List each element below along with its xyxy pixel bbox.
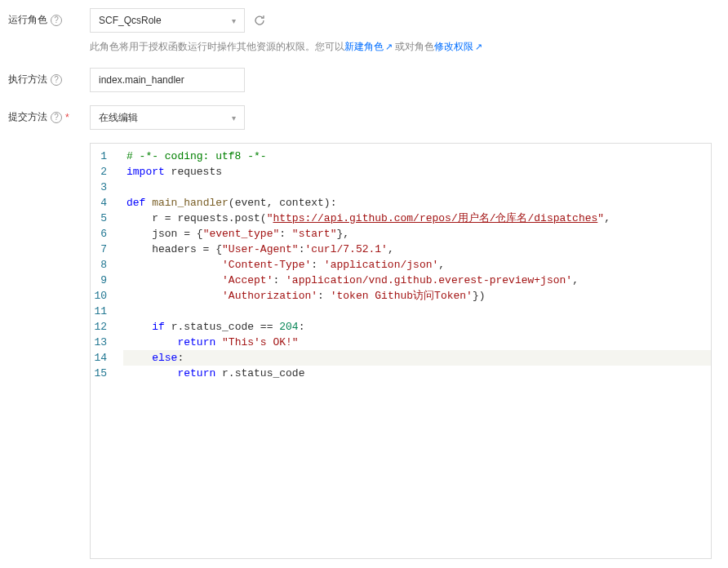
line-number: 7	[91, 242, 113, 257]
run-role-value: SCF_QcsRole	[99, 15, 162, 26]
line-number: 8	[91, 257, 113, 273]
code-line[interactable]: # -*- coding: utf8 -*-	[123, 149, 711, 164]
required-mark: *	[65, 112, 69, 123]
line-number: 11	[91, 304, 113, 319]
code-line[interactable]: 'Authorization': 'token Github访问Token'})	[123, 288, 711, 304]
line-number: 15	[91, 366, 113, 381]
line-number: 10	[91, 288, 113, 304]
modify-permission-link[interactable]: 修改权限	[434, 41, 473, 52]
code-line[interactable]: return "This's OK!"	[123, 335, 711, 350]
help-icon[interactable]: ?	[51, 15, 62, 26]
run-role-label-text: 运行角色	[8, 13, 47, 27]
code-editor[interactable]: 123456789101112131415 # -*- coding: utf8…	[90, 143, 712, 559]
line-number: 3	[91, 180, 113, 195]
line-number: 9	[91, 273, 113, 288]
line-number: 14	[91, 350, 113, 366]
exec-method-label-text: 执行方法	[8, 73, 47, 87]
exec-method-input[interactable]	[90, 68, 245, 92]
code-line[interactable]: 'Accept': 'application/vnd.github.everes…	[123, 273, 711, 288]
line-number: 2	[91, 164, 113, 180]
submit-method-label-text: 提交方法	[8, 110, 47, 124]
line-number: 1	[91, 149, 113, 164]
code-line[interactable]: return r.status_code	[123, 366, 711, 381]
run-role-select[interactable]: SCF_QcsRole ▾	[90, 8, 245, 33]
exec-method-label: 执行方法 ?	[8, 68, 90, 87]
chevron-down-icon: ▾	[232, 113, 236, 122]
code-line[interactable]: if r.status_code == 204:	[123, 319, 711, 335]
line-number-gutter: 123456789101112131415	[91, 144, 123, 558]
code-line[interactable]: 'Content-Type': 'application/json',	[123, 257, 711, 273]
code-line[interactable]: json = {"event_type": "start"},	[123, 226, 711, 242]
line-number: 4	[91, 195, 113, 211]
external-link-icon: ↗	[385, 42, 393, 51]
create-role-link[interactable]: 新建角色	[344, 41, 384, 52]
submit-method-row: 提交方法 ? * 在线编辑 ▾	[0, 105, 728, 130]
line-number: 12	[91, 319, 113, 335]
refresh-icon[interactable]	[253, 14, 266, 27]
exec-method-row: 执行方法 ?	[0, 68, 728, 92]
code-line[interactable]: else:	[123, 350, 711, 366]
code-line[interactable]: r = requests.post("https://api.github.co…	[123, 211, 711, 226]
code-line[interactable]: headers = {"User-Agent":'curl/7.52.1',	[123, 242, 711, 257]
external-link-icon: ↗	[475, 42, 482, 51]
run-role-row: 运行角色 ? SCF_QcsRole ▾ 此角色将用于授权函数运行时操作其他资源…	[0, 8, 728, 55]
code-line[interactable]: def main_handler(event, context):	[123, 195, 711, 211]
code-line[interactable]: import requests	[123, 164, 711, 180]
help-icon[interactable]: ?	[51, 74, 62, 86]
submit-method-select[interactable]: 在线编辑 ▾	[90, 105, 245, 130]
line-number: 6	[91, 226, 113, 242]
code-line[interactable]	[123, 180, 711, 195]
line-number: 13	[91, 335, 113, 350]
code-line[interactable]	[123, 304, 711, 319]
run-role-label: 运行角色 ?	[8, 8, 90, 27]
hint-mid: 或对角色	[393, 41, 434, 52]
help-icon[interactable]: ?	[51, 112, 62, 123]
hint-prefix: 此角色将用于授权函数运行时操作其他资源的权限。您可以	[90, 41, 344, 52]
code-content[interactable]: # -*- coding: utf8 -*-import requests de…	[123, 144, 711, 558]
line-number: 5	[91, 211, 113, 226]
submit-method-label: 提交方法 ? *	[8, 105, 90, 124]
run-role-hint: 此角色将用于授权函数运行时操作其他资源的权限。您可以新建角色↗ 或对角色修改权限…	[90, 39, 482, 55]
submit-method-value: 在线编辑	[99, 111, 138, 125]
chevron-down-icon: ▾	[232, 16, 236, 25]
